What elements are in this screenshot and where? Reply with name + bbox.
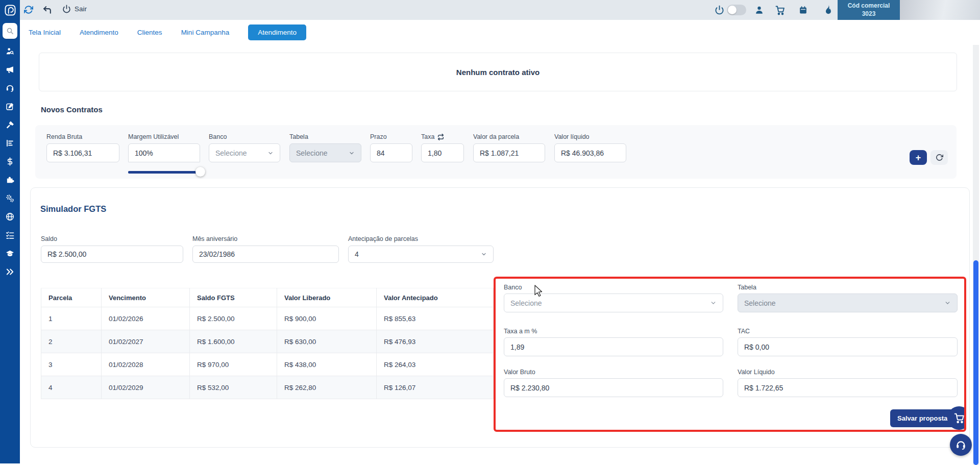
calendar-button[interactable] <box>799 6 807 14</box>
tab-mini-campanha[interactable]: Mini Campanha <box>181 29 230 36</box>
panel-valor-bruto-input[interactable] <box>504 378 723 397</box>
saldo-input[interactable] <box>41 246 183 263</box>
mes-aniversario-label: Mês aniversário <box>192 235 339 242</box>
cell: R$ 900,00 <box>277 307 377 330</box>
cell: 01/02/2026 <box>102 307 190 330</box>
support-fab[interactable] <box>950 434 972 456</box>
panel-tabela-select[interactable]: Selecione <box>738 293 958 312</box>
valor-parcela-input[interactable] <box>473 143 545 162</box>
panel-banco-select[interactable]: Selecione <box>504 293 723 312</box>
calendar-icon <box>799 6 807 14</box>
vertical-scrollbar-thumb[interactable] <box>973 260 978 465</box>
table-header-row: Parcela Vencimento Saldo FGTS Valor Libe… <box>41 288 494 307</box>
sidebar-search-button[interactable] <box>3 23 17 39</box>
cart-menu-button[interactable] <box>775 5 785 15</box>
sidebar-item-user-search[interactable] <box>6 47 14 56</box>
sidebar-item-web[interactable] <box>6 212 14 221</box>
panel-tac-input[interactable] <box>738 337 958 356</box>
panel-banco-field: Banco Selecione <box>504 284 723 312</box>
swap-icon[interactable] <box>437 134 444 140</box>
taxa-input[interactable] <box>421 143 464 162</box>
refresh-button[interactable] <box>24 5 33 14</box>
margem-slider-handle[interactable] <box>195 167 205 177</box>
cell: R$ 630,00 <box>277 330 377 353</box>
sidebar-item-training[interactable] <box>6 249 14 258</box>
panel-valor-bruto-field: Valor Bruto <box>504 369 723 397</box>
sidebar-item-settings[interactable] <box>6 194 14 203</box>
taxa-field: Taxa <box>421 133 464 162</box>
chevron-down-icon <box>349 150 355 156</box>
sidebar-item-checklist[interactable] <box>6 231 14 239</box>
tab-atendimento-active[interactable]: Atendimento <box>248 25 306 40</box>
panel-tabela-field: Tabela Selecione <box>738 284 958 312</box>
table-row: 3 01/02/2028 R$ 970,00 R$ 438,00 R$ 264,… <box>41 353 494 376</box>
chevron-down-icon <box>267 150 274 156</box>
panel-valor-liquido-input[interactable] <box>738 378 958 397</box>
edit-icon <box>6 102 14 111</box>
tabela-select-value: Selecione <box>296 149 328 157</box>
panel-taxa-input[interactable] <box>504 337 723 356</box>
panel-tac-label: TAC <box>738 328 958 335</box>
sidebar-item-support[interactable] <box>6 84 14 92</box>
sidebar <box>0 20 20 463</box>
sidebar-item-campaigns[interactable] <box>6 65 14 74</box>
save-proposal-button[interactable]: Salvar proposta <box>890 409 955 427</box>
search-icon <box>6 27 14 35</box>
panel-tac-field: TAC <box>738 328 958 356</box>
hammer-icon <box>6 120 14 129</box>
app-logo[interactable] <box>0 0 20 20</box>
panel-banco-label: Banco <box>504 284 723 291</box>
renda-bruta-input[interactable] <box>46 143 119 162</box>
col-saldo-fgts: Saldo FGTS <box>190 288 277 307</box>
cell: R$ 855,63 <box>377 307 494 330</box>
new-contract-form: Renda Bruta Margem Utilizável Banco Sele… <box>35 125 957 179</box>
flame-icon <box>823 4 834 15</box>
user-search-icon <box>6 47 14 56</box>
renda-bruta-field: Renda Bruta <box>46 133 119 162</box>
theme-toggle[interactable] <box>727 5 746 15</box>
tab-clientes[interactable]: Clientes <box>137 29 162 36</box>
cell: R$ 2.500,00 <box>190 307 277 330</box>
globe-icon <box>6 212 14 221</box>
cell: 1 <box>41 307 102 330</box>
logout-button[interactable]: Sair <box>62 5 87 13</box>
valor-liquido-input[interactable] <box>554 143 626 162</box>
hot-leads-button[interactable] <box>823 4 834 15</box>
proposal-panel: Banco Selecione Tabela Selecione Taxa a … <box>494 277 966 432</box>
taxa-label: Taxa <box>421 133 434 140</box>
tabela-select[interactable]: Selecione <box>289 143 361 162</box>
sidebar-item-integrations[interactable] <box>6 176 14 184</box>
sidebar-item-finance[interactable] <box>6 157 14 166</box>
logout-label: Sair <box>75 5 87 13</box>
brand-p-icon <box>4 4 17 17</box>
sidebar-expand-button[interactable] <box>6 267 14 276</box>
cell: R$ 126,07 <box>377 376 494 399</box>
tab-tela-inicial[interactable]: Tela Inicial <box>29 29 61 36</box>
simulador-title: Simulador FGTS <box>40 204 106 214</box>
banco-field: Banco Selecione <box>209 133 280 162</box>
headset-icon <box>955 439 966 450</box>
mes-aniversario-input[interactable] <box>192 246 339 263</box>
margem-input[interactable] <box>128 143 200 162</box>
checklist-icon <box>6 231 14 239</box>
sidebar-item-edit[interactable] <box>6 102 14 111</box>
banco-select[interactable]: Selecione <box>209 143 280 162</box>
user-menu-button[interactable] <box>754 5 764 15</box>
tabela-field: Tabela Selecione <box>289 133 361 162</box>
renda-bruta-label: Renda Bruta <box>46 133 119 140</box>
power-toggle-button[interactable] <box>715 5 724 15</box>
prazo-input[interactable] <box>370 143 412 162</box>
mes-aniversario-field: Mês aniversário <box>192 235 339 263</box>
undo-button[interactable] <box>42 5 52 15</box>
dollar-icon <box>6 157 14 166</box>
margem-slider-track[interactable] <box>128 171 200 174</box>
sidebar-item-reports[interactable] <box>6 139 14 148</box>
reload-contract-button[interactable] <box>930 150 948 165</box>
antecipacao-select[interactable]: 4 <box>348 246 494 263</box>
sidebar-item-tools[interactable] <box>6 120 14 129</box>
saldo-label: Saldo <box>41 235 183 242</box>
cell: 01/02/2027 <box>102 330 190 353</box>
add-contract-button[interactable]: + <box>910 150 927 165</box>
tab-atendimento-1[interactable]: Atendimento <box>80 29 118 36</box>
margem-label: Margem Utilizável <box>128 133 200 140</box>
